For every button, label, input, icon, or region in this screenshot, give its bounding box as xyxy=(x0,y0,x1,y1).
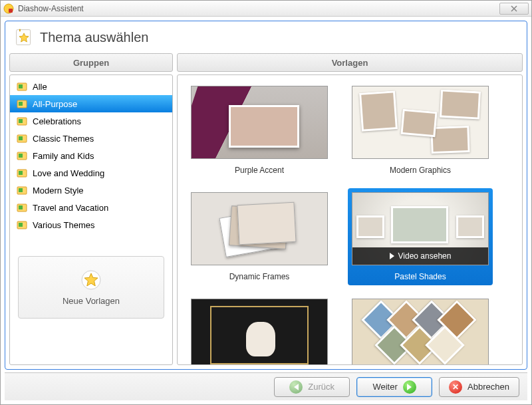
page-header-icon xyxy=(15,28,33,47)
star-icon xyxy=(80,269,102,291)
folder-icon xyxy=(17,202,27,213)
group-item-love-and-wedding[interactable]: Love and Wedding xyxy=(10,164,172,182)
folder-icon xyxy=(17,116,27,126)
svg-rect-1 xyxy=(9,9,13,13)
templates-scroll[interactable]: Purple Accent Modern Grap xyxy=(178,75,522,364)
template-modern-graphics[interactable]: Modern Graphics xyxy=(348,82,493,179)
group-item-classic-themes[interactable]: Classic Themes xyxy=(10,130,172,147)
group-item-travel-and-vacation[interactable]: Travel and Vacation xyxy=(10,199,172,216)
folder-icon xyxy=(17,185,27,196)
templates-header: Vorlagen xyxy=(177,53,523,72)
groups-list: Alle All-Purpose Celebrations xyxy=(10,75,172,236)
template-label: Dynamic Frames xyxy=(229,272,290,281)
svg-rect-16 xyxy=(19,171,23,175)
next-label: Weiter xyxy=(372,382,397,392)
template-thumbnail xyxy=(191,192,328,265)
template-thumbnail xyxy=(352,299,489,364)
window-close-button[interactable] xyxy=(499,3,529,15)
svg-rect-18 xyxy=(19,188,23,192)
template-item-6[interactable] xyxy=(348,295,493,364)
svg-rect-12 xyxy=(19,136,23,140)
template-pastel-shades[interactable]: Video ansehen Pastel Shades xyxy=(348,188,493,285)
svg-rect-8 xyxy=(19,102,23,106)
template-dynamic-frames[interactable]: Dynamic Frames xyxy=(187,188,332,285)
group-label: All-Purpose xyxy=(33,99,77,109)
group-item-all-purpose[interactable]: All-Purpose xyxy=(10,95,172,112)
content-frame: Thema auswählen Gruppen Alle xyxy=(1,17,531,404)
group-item-family-and-kids[interactable]: Family and Kids xyxy=(10,147,172,164)
svg-rect-14 xyxy=(19,154,23,158)
titlebar: Diashow-Assistent xyxy=(1,1,531,17)
templates-grid: Purple Accent Modern Grap xyxy=(187,82,518,364)
columns: Gruppen Alle All-Purpose xyxy=(5,53,527,369)
group-label: Various Themes xyxy=(33,220,94,230)
groups-body: Alle All-Purpose Celebrations xyxy=(9,74,173,365)
template-thumbnail: Video ansehen xyxy=(352,192,489,265)
template-label: Modern Graphics xyxy=(390,166,451,175)
template-thumbnail xyxy=(352,86,489,159)
svg-rect-10 xyxy=(19,119,23,123)
folder-icon xyxy=(17,81,27,92)
folder-icon xyxy=(17,219,27,230)
svg-rect-22 xyxy=(19,223,23,227)
next-button[interactable]: Weiter xyxy=(356,377,432,397)
groups-column: Gruppen Alle All-Purpose xyxy=(9,53,173,365)
cancel-label: Abbrechen xyxy=(467,382,509,392)
group-item-modern-style[interactable]: Modern Style xyxy=(10,182,172,199)
template-label: Purple Accent xyxy=(235,166,284,175)
folder-icon xyxy=(17,150,27,161)
page-title: Thema auswählen xyxy=(40,30,148,45)
template-label: Pastel Shades xyxy=(394,272,446,281)
svg-marker-3 xyxy=(19,29,21,32)
group-label: Modern Style xyxy=(33,186,84,196)
cancel-icon: ✕ xyxy=(449,380,462,394)
back-label: Zurück xyxy=(308,382,334,392)
group-label: Family and Kids xyxy=(33,151,94,161)
svg-rect-6 xyxy=(19,84,23,88)
folder-icon xyxy=(17,98,27,109)
new-templates-button[interactable]: Neue Vorlagen xyxy=(18,256,164,319)
group-item-alle[interactable]: Alle xyxy=(10,78,172,95)
folder-icon xyxy=(17,168,27,178)
video-overlay[interactable]: Video ansehen xyxy=(352,247,488,265)
template-thumbnail xyxy=(191,299,328,364)
group-label: Alle xyxy=(33,82,47,92)
svg-rect-20 xyxy=(19,205,23,209)
groups-header: Gruppen xyxy=(9,53,173,72)
new-templates-label: Neue Vorlagen xyxy=(63,296,120,306)
arrow-right-icon xyxy=(403,380,416,394)
template-thumbnail xyxy=(191,86,328,159)
group-item-celebrations[interactable]: Celebrations xyxy=(10,112,172,130)
play-icon xyxy=(390,253,394,259)
page-header: Thema auswählen xyxy=(5,21,527,53)
window: Diashow-Assistent Thema auswählen Gruppe… xyxy=(0,0,532,405)
templates-column: Vorlagen Purple Accent xyxy=(177,53,523,365)
group-label: Travel and Vacation xyxy=(33,203,108,213)
templates-body: Purple Accent Modern Grap xyxy=(177,74,523,365)
cancel-button[interactable]: ✕ Abbrechen xyxy=(439,377,519,397)
group-label: Celebrations xyxy=(33,116,81,126)
template-item-5[interactable] xyxy=(187,295,332,364)
close-icon xyxy=(511,5,517,12)
video-overlay-label: Video ansehen xyxy=(398,251,452,261)
main-panel: Thema auswählen Gruppen Alle xyxy=(5,21,527,370)
folder-icon xyxy=(17,133,27,144)
template-purple-accent[interactable]: Purple Accent xyxy=(187,82,332,179)
group-item-various-themes[interactable]: Various Themes xyxy=(10,216,172,233)
window-title: Diashow-Assistent xyxy=(18,4,495,13)
footer: Zurück Weiter ✕ Abbrechen xyxy=(5,372,527,400)
arrow-left-icon xyxy=(289,380,303,394)
group-label: Classic Themes xyxy=(33,134,94,144)
group-label: Love and Wedding xyxy=(33,168,104,178)
app-icon xyxy=(3,3,14,14)
back-button[interactable]: Zurück xyxy=(274,377,350,397)
